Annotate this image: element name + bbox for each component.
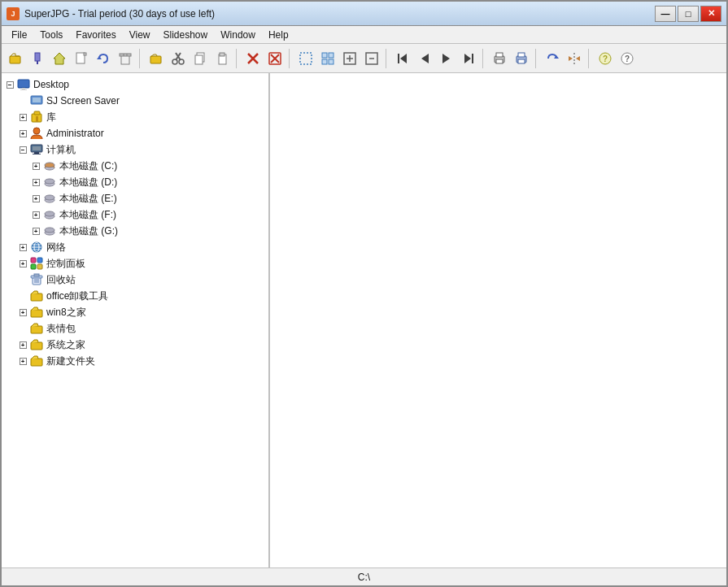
svg-rect-8 [121, 55, 129, 64]
toolbar-pin-btn[interactable] [27, 48, 48, 69]
toolbar-open-btn[interactable] [5, 48, 26, 69]
svg-point-65 [33, 128, 40, 134]
tree-item-disk-e[interactable]: + 本地磁盘 (E:) [2, 190, 268, 207]
folder-win8-icon [29, 306, 44, 319]
tree-label-disk-d: 本地磁盘 (D:) [59, 176, 117, 189]
toolbar-cancel-btn[interactable] [264, 48, 286, 69]
tree-item-disk-g[interactable]: + 本地磁盘 (G:) [2, 223, 268, 239]
expander-admin[interactable]: + [16, 127, 29, 140]
screensaver-icon [29, 94, 44, 107]
toolbar-new-btn[interactable] [71, 48, 92, 69]
close-button[interactable]: ✕ [700, 6, 721, 22]
tree-label-admin: Administrator [46, 128, 104, 139]
sep2 [236, 49, 239, 68]
main-window: J SuperJPG - Trial period (30 days of us… [0, 0, 728, 587]
tree-item-control[interactable]: + 控制面板 [2, 255, 268, 272]
expander-system[interactable]: + [16, 338, 29, 351]
expander-newfolder[interactable]: + [16, 354, 29, 367]
sep1 [139, 49, 142, 68]
tree-item-win8[interactable]: + win8之家 [2, 304, 268, 320]
svg-rect-96 [34, 274, 39, 276]
toolbar-zoom-rect-btn[interactable] [361, 48, 382, 69]
toolbar-home-btn[interactable] [49, 48, 70, 69]
toolbar-prev-btn[interactable] [414, 48, 435, 69]
svg-marker-7 [97, 56, 102, 59]
toolbar-grid-btn[interactable] [317, 48, 338, 69]
tree-label-disk-f: 本地磁盘 (F:) [59, 208, 116, 222]
svg-rect-92 [31, 264, 36, 269]
expander-network[interactable]: + [16, 241, 29, 254]
toolbar-print1-btn[interactable] [489, 48, 510, 69]
tree-label-newfolder: 新建文件夹 [46, 354, 95, 368]
toolbar-help1-btn[interactable]: ? [595, 48, 616, 69]
tree-item-admin[interactable]: + Administrator [2, 125, 268, 141]
maximize-button[interactable]: □ [678, 6, 699, 22]
tree-item-disk-c[interactable]: + 本地磁盘 (C:) [2, 158, 268, 174]
expander-disk-d[interactable]: + [29, 176, 42, 189]
toolbar-open-folder-btn[interactable] [146, 48, 167, 69]
svg-marker-38 [421, 54, 429, 63]
toolbar-cut-btn[interactable] [168, 48, 189, 69]
menu-view[interactable]: View [123, 28, 157, 42]
svg-point-78 [45, 195, 54, 200]
svg-rect-103 [31, 342, 42, 350]
menu-slideshow[interactable]: Slideshow [157, 28, 215, 42]
tree-item-library[interactable]: + 库 [2, 109, 268, 125]
menu-favorites[interactable]: Favorites [69, 28, 122, 42]
menu-tools[interactable]: Tools [33, 28, 69, 42]
toolbar-rotate-btn[interactable] [542, 48, 563, 69]
svg-marker-50 [569, 56, 573, 61]
tree-item-system[interactable]: + 系统之家 [2, 337, 268, 353]
expander-win8[interactable]: + [16, 306, 29, 319]
svg-rect-67 [33, 146, 41, 150]
expander-disk-g[interactable]: + [29, 224, 42, 237]
tree-item-computer[interactable]: − 计算机 [2, 141, 268, 158]
expander-control[interactable]: + [16, 257, 29, 270]
svg-point-15 [172, 59, 177, 64]
toolbar-print2-btn[interactable] [511, 48, 532, 69]
toolbar-clear-btn[interactable] [115, 48, 136, 69]
menu-help[interactable]: Help [262, 28, 295, 42]
toolbar-help2-btn[interactable]: ? [617, 48, 638, 69]
menu-window[interactable]: Window [214, 28, 262, 42]
app-icon: J [7, 7, 20, 20]
svg-rect-44 [496, 59, 503, 63]
tree-item-office[interactable]: + office卸载工具 [2, 288, 268, 304]
menu-file[interactable]: File [5, 28, 33, 42]
tree-item-disk-f[interactable]: + 本地磁盘 (F:) [2, 207, 268, 223]
toolbar-first-btn[interactable] [392, 48, 413, 69]
toolbar: ? ? [2, 44, 726, 73]
tree-item-desktop[interactable]: − Desktop [2, 76, 268, 93]
minimize-button[interactable]: — [655, 6, 676, 22]
tree-label-disk-c: 本地磁盘 (C:) [59, 159, 117, 173]
expander-disk-c[interactable]: + [29, 159, 42, 172]
toolbar-next-btn[interactable] [436, 48, 457, 69]
main-area: − Desktop + SJ Screen Saver [2, 73, 726, 567]
svg-rect-104 [31, 359, 42, 366]
toolbar-flip-btn[interactable] [564, 48, 585, 69]
tree-label-system: 系统之家 [46, 338, 85, 352]
tree-item-recycle[interactable]: + 回收站 [2, 272, 268, 288]
toolbar-paste-btn[interactable] [211, 48, 233, 69]
svg-rect-58 [22, 88, 25, 89]
toolbar-select-btn[interactable] [295, 48, 316, 69]
toolbar-undo-btn[interactable] [93, 48, 114, 69]
expander-disk-e[interactable]: + [29, 192, 42, 205]
tree-item-network[interactable]: + 网络 [2, 239, 268, 255]
expander-library[interactable]: + [16, 111, 29, 124]
toolbar-delete-btn[interactable] [242, 48, 264, 69]
library-icon [29, 111, 44, 124]
toolbar-zoom-fit-btn[interactable] [339, 48, 360, 69]
tree-item-disk-d[interactable]: + 本地磁盘 (D:) [2, 174, 268, 190]
tree-item-screensaver[interactable]: + SJ Screen Saver [2, 93, 268, 109]
tree-item-newfolder[interactable]: + 新建文件夹 [2, 353, 268, 369]
expander-disk-f[interactable]: + [29, 208, 42, 221]
tree-label-disk-g: 本地磁盘 (G:) [59, 224, 118, 238]
toolbar-copy-btn[interactable] [190, 48, 211, 69]
expander-desktop[interactable]: − [3, 78, 16, 91]
tree-item-letter[interactable]: + 表情包 [2, 320, 268, 337]
svg-rect-43 [496, 53, 503, 57]
sep5 [482, 49, 486, 68]
toolbar-last-btn[interactable] [458, 48, 479, 69]
expander-computer[interactable]: − [16, 143, 29, 156]
